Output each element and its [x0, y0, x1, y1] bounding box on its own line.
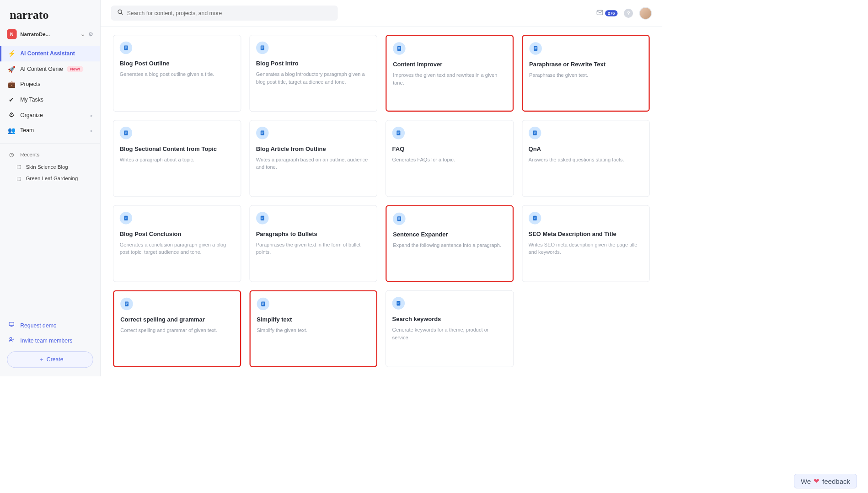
nav-item-my-tasks[interactable]: ✔ My Tasks: [0, 92, 100, 107]
template-card[interactable]: FAQ Generates FAQs for a topic.: [386, 120, 514, 197]
avatar[interactable]: [639, 7, 652, 19]
nav-icon: ⚙: [7, 111, 16, 119]
svg-rect-26: [125, 133, 127, 133]
card-description: Expand the following sentence into a par…: [393, 242, 506, 250]
mail-icon: [596, 9, 604, 18]
template-card[interactable]: Correct spelling and grammar Correct spe…: [113, 290, 241, 367]
svg-rect-59: [126, 304, 127, 305]
recents-label: Recents: [20, 151, 39, 157]
svg-rect-42: [125, 218, 127, 218]
card-description: Generates FAQs for a topic.: [392, 156, 507, 164]
svg-rect-14: [261, 47, 263, 48]
workspace-selector[interactable]: N NarratoDe... ⌄ ⚙: [0, 27, 100, 44]
chevron-down-icon[interactable]: ⌄: [80, 30, 85, 38]
create-button[interactable]: ＋ Create: [7, 351, 93, 368]
card-title: Blog Post Outline: [120, 60, 235, 67]
top-right: 276 ?: [596, 7, 652, 19]
template-card[interactable]: Blog Article from Outline Writes a parag…: [249, 120, 377, 197]
bottom-link-invite-team-members[interactable]: Invite team members: [7, 333, 93, 348]
card-title: Correct spelling and grammar: [120, 316, 234, 323]
template-card[interactable]: QnA Answers the asked questions stating …: [522, 120, 650, 197]
document-icon: [392, 127, 405, 139]
template-card[interactable]: Blog Post Outline Generates a blog post …: [113, 35, 241, 112]
template-card[interactable]: Simplify text Simplify the given text.: [249, 290, 377, 367]
template-card[interactable]: Blog Post Intro Generates a blog introdu…: [249, 35, 377, 112]
template-card[interactable]: Paraphrase or Rewrite Text Paraphrase th…: [522, 35, 650, 112]
template-card[interactable]: Blog Sectional Content from Topic Writes…: [113, 120, 241, 197]
template-card[interactable]: Blog Post Conclusion Generates a conclus…: [113, 205, 241, 282]
card-title: FAQ: [392, 145, 507, 152]
svg-rect-61: [262, 303, 264, 303]
main-nav: ⚡ AI Content Assistant 🚀 AI Content Geni…: [0, 44, 100, 140]
recents-header: ◷ Recents: [0, 146, 100, 161]
search[interactable]: [111, 5, 338, 21]
nav-label: Organize: [20, 112, 43, 118]
nav-icon: 🚀: [7, 65, 16, 73]
chevron-right-icon: ▸: [91, 113, 93, 118]
template-card[interactable]: Paragraphs to Bullets Paraphrases the gi…: [249, 205, 377, 282]
nav-icon: ⚡: [7, 50, 16, 58]
svg-point-5: [118, 10, 122, 14]
feedback-button[interactable]: We ❤ feedback: [794, 474, 857, 488]
logo: narrato: [0, 0, 100, 27]
nav-label: Projects: [20, 81, 40, 88]
card-description: Simplify the given text.: [257, 327, 370, 335]
nav-item-ai-content-assistant[interactable]: ⚡ AI Content Assistant: [0, 46, 100, 62]
nav-label: My Tasks: [20, 96, 43, 103]
svg-rect-12: [260, 45, 264, 50]
nav-label: AI Content Genie: [20, 66, 63, 72]
svg-rect-36: [533, 131, 536, 135]
card-description: Paraphrases the given text in the form o…: [256, 241, 371, 256]
svg-rect-44: [260, 216, 264, 220]
recent-item[interactable]: ⬚Skin Science Blog: [0, 161, 100, 172]
svg-rect-48: [397, 216, 401, 221]
svg-rect-38: [534, 133, 536, 133]
recent-label: Skin Science Blog: [26, 163, 68, 169]
plus-icon: ＋: [39, 356, 44, 363]
nav-item-organize[interactable]: ⚙ Organize ▸: [0, 107, 100, 123]
heart-icon: ❤: [814, 477, 820, 485]
template-card[interactable]: Search keywords Generate keywords for a …: [386, 290, 514, 367]
svg-rect-52: [533, 216, 536, 220]
cards-grid: Blog Post Outline Generates a blog post …: [113, 35, 649, 367]
document-icon: [393, 42, 405, 54]
card-description: Correct spelling and grammar of given te…: [120, 327, 234, 335]
document-icon: [120, 212, 132, 224]
svg-point-2: [10, 338, 12, 340]
card-description: Generate keywords for a theme, product o…: [392, 326, 507, 341]
card-description: Generates a blog post outline given a ti…: [120, 71, 235, 79]
link-label: Request demo: [20, 322, 56, 329]
nav-icon: ✔: [7, 96, 16, 104]
svg-rect-65: [397, 302, 400, 302]
svg-rect-13: [261, 47, 263, 47]
template-card[interactable]: Content Improver Improves the given text…: [386, 35, 514, 112]
nav-label: Team: [20, 127, 34, 134]
gear-icon[interactable]: ⚙: [88, 31, 93, 38]
template-card[interactable]: SEO Meta Description and Title Writes SE…: [522, 205, 650, 282]
bottom-link-request-demo[interactable]: Request demo: [7, 318, 93, 333]
svg-rect-20: [534, 46, 537, 51]
document-icon: [120, 127, 132, 139]
link-icon: [7, 322, 16, 330]
help-icon[interactable]: ?: [624, 9, 633, 18]
nav-item-projects[interactable]: 💼 Projects: [0, 77, 100, 92]
mail-button[interactable]: 276: [596, 9, 617, 18]
document-icon: [256, 127, 268, 139]
svg-rect-58: [126, 303, 128, 304]
svg-rect-45: [261, 217, 263, 217]
svg-rect-17: [398, 47, 401, 48]
template-card[interactable]: Sentence Expander Expand the following s…: [386, 205, 514, 282]
topbar: 276 ?: [101, 0, 662, 27]
document-icon: [257, 298, 269, 310]
svg-rect-16: [397, 46, 401, 51]
nav-label: AI Content Assistant: [20, 51, 75, 57]
recent-item[interactable]: ⬚Green Leaf Gardening: [0, 172, 100, 184]
svg-rect-62: [262, 303, 264, 304]
nav-item-ai-content-genie[interactable]: 🚀 AI Content Genie New!: [0, 61, 100, 77]
nav-icon: 💼: [7, 80, 16, 88]
cube-icon: ⬚: [16, 163, 22, 170]
search-input[interactable]: [127, 10, 332, 16]
svg-rect-21: [535, 47, 537, 48]
nav-item-team[interactable]: 👥 Team ▸: [0, 123, 100, 139]
svg-rect-37: [534, 132, 536, 132]
